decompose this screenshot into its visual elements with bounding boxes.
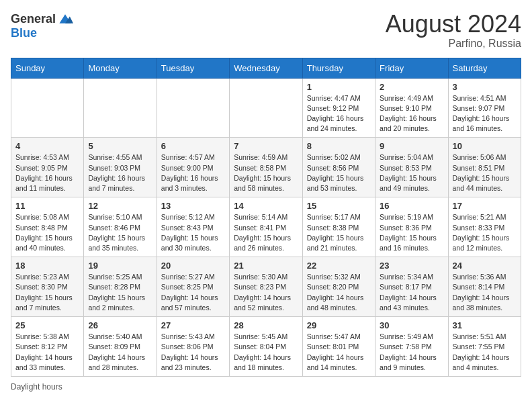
calendar-day-header: Sunday: [11, 58, 84, 78]
day-info: Sunrise: 5:12 AMSunset: 8:43 PMDaylight:…: [161, 212, 225, 253]
calendar-cell: 3Sunrise: 4:51 AMSunset: 9:07 PMDaylight…: [448, 78, 521, 138]
calendar-cell: 11Sunrise: 5:08 AMSunset: 8:48 PMDayligh…: [11, 197, 84, 257]
day-number: 2: [380, 82, 443, 92]
calendar-cell: 5Sunrise: 4:55 AMSunset: 9:03 PMDaylight…: [84, 138, 157, 197]
day-info: Sunrise: 5:23 AMSunset: 8:30 PMDaylight:…: [15, 272, 79, 313]
day-number: 16: [380, 201, 443, 211]
day-number: 19: [88, 261, 152, 271]
day-info: Sunrise: 5:08 AMSunset: 8:48 PMDaylight:…: [15, 212, 79, 253]
day-info: Sunrise: 5:04 AMSunset: 8:53 PMDaylight:…: [380, 152, 443, 193]
calendar-day-header: Tuesday: [157, 58, 229, 78]
day-number: 28: [234, 320, 298, 330]
day-number: 8: [307, 141, 371, 151]
calendar-cell: 6Sunrise: 4:57 AMSunset: 9:00 PMDaylight…: [157, 138, 229, 197]
calendar-cell: 16Sunrise: 5:19 AMSunset: 8:36 PMDayligh…: [375, 197, 448, 257]
day-number: 31: [453, 320, 517, 330]
logo-text-general: General: [11, 13, 56, 25]
calendar-cell: 20Sunrise: 5:27 AMSunset: 8:25 PMDayligh…: [157, 257, 229, 317]
day-number: 24: [453, 261, 517, 271]
calendar-cell: 24Sunrise: 5:36 AMSunset: 8:14 PMDayligh…: [448, 257, 521, 317]
calendar-cell: 26Sunrise: 5:40 AMSunset: 8:09 PMDayligh…: [84, 317, 157, 377]
day-number: 22: [307, 261, 371, 271]
calendar-day-header: Thursday: [302, 58, 375, 78]
day-number: 23: [380, 261, 443, 271]
day-number: 14: [234, 201, 298, 211]
subtitle: Parfino, Russia: [386, 38, 521, 50]
day-info: Sunrise: 5:34 AMSunset: 8:17 PMDaylight:…: [380, 272, 443, 313]
calendar-week-row: 1Sunrise: 4:47 AMSunset: 9:12 PMDaylight…: [11, 78, 521, 138]
day-number: 12: [88, 201, 152, 211]
day-number: 9: [380, 141, 443, 151]
calendar-week-row: 18Sunrise: 5:23 AMSunset: 8:30 PMDayligh…: [11, 257, 521, 317]
day-info: Sunrise: 5:45 AMSunset: 8:04 PMDaylight:…: [234, 332, 298, 373]
calendar-cell: 29Sunrise: 5:47 AMSunset: 8:01 PMDayligh…: [302, 317, 375, 377]
day-info: Sunrise: 5:02 AMSunset: 8:56 PMDaylight:…: [307, 152, 371, 193]
day-number: 13: [161, 201, 225, 211]
day-info: Sunrise: 5:36 AMSunset: 8:14 PMDaylight:…: [453, 272, 517, 313]
day-number: 30: [380, 320, 443, 330]
calendar-cell: 4Sunrise: 4:53 AMSunset: 9:05 PMDaylight…: [11, 138, 84, 197]
logo-icon: [57, 11, 73, 27]
day-number: 3: [453, 82, 517, 92]
day-info: Sunrise: 5:17 AMSunset: 8:38 PMDaylight:…: [307, 212, 371, 253]
day-info: Sunrise: 5:25 AMSunset: 8:28 PMDaylight:…: [88, 272, 152, 313]
calendar-cell: 18Sunrise: 5:23 AMSunset: 8:30 PMDayligh…: [11, 257, 84, 317]
day-info: Sunrise: 4:57 AMSunset: 9:00 PMDaylight:…: [161, 152, 225, 193]
day-number: 26: [88, 320, 152, 330]
day-info: Sunrise: 4:49 AMSunset: 9:10 PMDaylight:…: [380, 93, 443, 134]
calendar-cell: 12Sunrise: 5:10 AMSunset: 8:46 PMDayligh…: [84, 197, 157, 257]
day-number: 10: [453, 141, 517, 151]
calendar-cell: [230, 78, 302, 138]
calendar-cell: 10Sunrise: 5:06 AMSunset: 8:51 PMDayligh…: [448, 138, 521, 197]
calendar-cell: 1Sunrise: 4:47 AMSunset: 9:12 PMDaylight…: [302, 78, 375, 138]
calendar-cell: 14Sunrise: 5:14 AMSunset: 8:41 PMDayligh…: [230, 197, 302, 257]
day-info: Sunrise: 5:14 AMSunset: 8:41 PMDaylight:…: [234, 212, 298, 253]
calendar-cell: 9Sunrise: 5:04 AMSunset: 8:53 PMDaylight…: [375, 138, 448, 197]
calendar-cell: 22Sunrise: 5:32 AMSunset: 8:20 PMDayligh…: [302, 257, 375, 317]
day-number: 11: [15, 201, 79, 211]
calendar-week-row: 4Sunrise: 4:53 AMSunset: 9:05 PMDaylight…: [11, 138, 521, 197]
day-info: Sunrise: 5:27 AMSunset: 8:25 PMDaylight:…: [161, 272, 225, 313]
day-info: Sunrise: 5:49 AMSunset: 7:58 PMDaylight:…: [380, 332, 443, 373]
logo: General Blue: [11, 11, 73, 39]
calendar-cell: 31Sunrise: 5:51 AMSunset: 7:55 PMDayligh…: [448, 317, 521, 377]
day-number: 25: [15, 320, 79, 330]
day-info: Sunrise: 5:32 AMSunset: 8:20 PMDaylight:…: [307, 272, 371, 313]
calendar-cell: 25Sunrise: 5:38 AMSunset: 8:12 PMDayligh…: [11, 317, 84, 377]
day-number: 18: [15, 261, 79, 271]
calendar-day-header: Monday: [84, 58, 157, 78]
day-number: 21: [234, 261, 298, 271]
day-info: Sunrise: 5:47 AMSunset: 8:01 PMDaylight:…: [307, 332, 371, 373]
calendar-cell: 15Sunrise: 5:17 AMSunset: 8:38 PMDayligh…: [302, 197, 375, 257]
calendar-cell: 2Sunrise: 4:49 AMSunset: 9:10 PMDaylight…: [375, 78, 448, 138]
day-info: Sunrise: 5:19 AMSunset: 8:36 PMDaylight:…: [380, 212, 443, 253]
day-info: Sunrise: 4:51 AMSunset: 9:07 PMDaylight:…: [453, 93, 517, 134]
day-number: 4: [15, 141, 79, 151]
calendar-day-header: Friday: [375, 58, 448, 78]
day-info: Sunrise: 5:51 AMSunset: 7:55 PMDaylight:…: [453, 332, 517, 373]
day-info: Sunrise: 5:21 AMSunset: 8:33 PMDaylight:…: [453, 212, 517, 253]
day-number: 27: [161, 320, 225, 330]
day-info: Sunrise: 4:53 AMSunset: 9:05 PMDaylight:…: [15, 152, 79, 193]
footer-note: Daylight hours: [11, 382, 521, 392]
day-number: 5: [88, 141, 152, 151]
day-info: Sunrise: 5:30 AMSunset: 8:23 PMDaylight:…: [234, 272, 298, 313]
calendar-cell: 8Sunrise: 5:02 AMSunset: 8:56 PMDaylight…: [302, 138, 375, 197]
day-info: Sunrise: 4:59 AMSunset: 8:58 PMDaylight:…: [234, 152, 298, 193]
calendar-day-header: Saturday: [448, 58, 521, 78]
calendar-cell: 13Sunrise: 5:12 AMSunset: 8:43 PMDayligh…: [157, 197, 229, 257]
day-info: Sunrise: 5:40 AMSunset: 8:09 PMDaylight:…: [88, 332, 152, 373]
day-info: Sunrise: 5:06 AMSunset: 8:51 PMDaylight:…: [453, 152, 517, 193]
day-info: Sunrise: 5:38 AMSunset: 8:12 PMDaylight:…: [15, 332, 79, 373]
day-info: Sunrise: 5:43 AMSunset: 8:06 PMDaylight:…: [161, 332, 225, 373]
calendar-table: SundayMondayTuesdayWednesdayThursdayFrid…: [11, 58, 521, 377]
calendar-cell: 21Sunrise: 5:30 AMSunset: 8:23 PMDayligh…: [230, 257, 302, 317]
day-number: 1: [307, 82, 371, 92]
calendar-cell: 19Sunrise: 5:25 AMSunset: 8:28 PMDayligh…: [84, 257, 157, 317]
calendar-week-row: 25Sunrise: 5:38 AMSunset: 8:12 PMDayligh…: [11, 317, 521, 377]
page-header: General Blue August 2024 Parfino, Russia: [11, 11, 521, 50]
day-number: 17: [453, 201, 517, 211]
calendar-cell: [157, 78, 229, 138]
day-number: 7: [234, 141, 298, 151]
calendar-header-row: SundayMondayTuesdayWednesdayThursdayFrid…: [11, 58, 521, 78]
